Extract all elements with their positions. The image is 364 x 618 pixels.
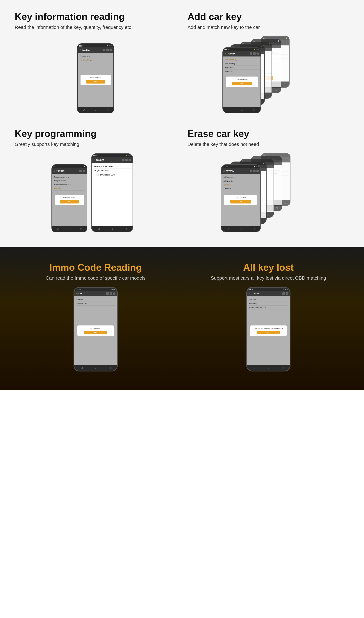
feature-key-info: Key information reading Read the informa… bbox=[15, 11, 177, 113]
status-bar: ▌▌▌ 4G 🔋 10:13 bbox=[78, 44, 113, 47]
immo-ok-btn[interactable]: OK bbox=[84, 331, 107, 334]
toolbar: ◁ LANCIA bbox=[78, 47, 113, 53]
dialog-box: Number of keys 0 OK bbox=[80, 75, 111, 85]
phone-erase-front: ▌▌▌ 4G 🔋 10:13 ◁ TOYOTA bbox=[221, 164, 261, 232]
add-key-ok-btn[interactable]: OK bbox=[232, 82, 252, 85]
stacked-phones-add-key: 4G🔋 ◁ TOYOTA Add Master Key Add Vice Key… bbox=[222, 36, 314, 113]
phones-key-programming: 4G🔋 ◁ TOYOTA Program smart keys Program bbox=[15, 153, 177, 232]
phones-immo: ▌▌▌ 4G 🔋 10:13 ◁ GM Envision bbox=[74, 287, 118, 371]
feature-key-prog-desc: Greatly supports key matching bbox=[15, 141, 177, 148]
back-icon[interactable]: ◁ bbox=[79, 49, 81, 51]
feature-key-programming: Key programming Greatly supports key mat… bbox=[15, 128, 177, 232]
dialog-text: Number of keys 0 bbox=[82, 77, 109, 78]
nav-home[interactable]: ○ bbox=[95, 108, 96, 111]
phones-erase-key: 4G ◁TOYOTA Add Key Erase Key Reset immob… bbox=[187, 153, 349, 232]
feature-erase-title: Erase car key bbox=[187, 128, 349, 139]
erase-ok-btn[interactable]: OK bbox=[230, 200, 251, 203]
phone-immo: ▌▌▌ 4G 🔋 10:13 ◁ GM Envision bbox=[74, 287, 118, 371]
bt-icon bbox=[109, 49, 112, 51]
phones-all-key-lost: ▌▌▌ 4G 🔋 10:13 ◁ TOYOTA Add Key Erase K bbox=[246, 287, 290, 371]
phone-prog-small: 4G🔋 ◁ TOYOTA Program smart keys Program bbox=[52, 164, 87, 232]
feature-key-prog-title: Key programming bbox=[15, 128, 177, 139]
immo-code-title: Immo Code Reading bbox=[50, 262, 142, 273]
toolbar-icons bbox=[103, 49, 112, 51]
phone-key-info: ▌▌▌ 4G 🔋 10:13 ◁ LANCIA Program keys bbox=[77, 43, 114, 113]
feature-immo-code: Immo Code Reading Can read the Immo code… bbox=[15, 262, 177, 371]
video-icon bbox=[106, 49, 109, 51]
nav-recent[interactable]: □ bbox=[107, 108, 108, 111]
camera-icon bbox=[103, 49, 105, 51]
immo-code-desc: Can read the Immo code of specific car m… bbox=[46, 275, 145, 281]
all-key-lost-title: All key lost bbox=[243, 262, 294, 273]
feature-add-key-title: Add car key bbox=[187, 11, 349, 22]
feature-erase-desc: Delete the key that does not need bbox=[187, 141, 349, 148]
phones-add-key: 4G🔋 ◁ TOYOTA Add Master Key Add Vice Key… bbox=[187, 36, 349, 113]
all-key-ok-btn[interactable]: OK bbox=[257, 331, 280, 334]
prog-ok-btn[interactable]: OK bbox=[60, 200, 79, 203]
phone-add-key-front: ▌▌▌ 4G 🔋 10:13 ◁ TOYOTA bbox=[222, 47, 261, 113]
nav-back[interactable]: ◁ bbox=[83, 108, 85, 111]
feature-add-key-desc: Add and match new key to the car bbox=[187, 24, 349, 30]
phone-prog-large: ▌▌▌ 4G 🔋 10:13 ◁ TOYOTA bbox=[91, 153, 133, 232]
feature-erase-key: Erase car key Delete the key that does n… bbox=[187, 128, 349, 232]
feature-all-key-lost: All key lost Support most cars all key l… bbox=[187, 262, 349, 371]
feature-key-info-title: Key information reading bbox=[15, 11, 177, 22]
dialog-overlay: Number of keys 0 OK bbox=[78, 53, 113, 107]
bottom-nav: ◁ ○ □ bbox=[78, 107, 113, 113]
feature-add-key: Add car key Add and match new key to the… bbox=[187, 11, 349, 113]
dialog-ok-button[interactable]: OK bbox=[86, 80, 105, 83]
phone-all-key-lost: ▌▌▌ 4G 🔋 10:13 ◁ TOYOTA Add Key Erase K bbox=[246, 287, 290, 371]
phone-content: Program keys Number of Keys Number of ke… bbox=[78, 53, 113, 107]
toolbar-title: LANCIA bbox=[82, 49, 90, 51]
phones-key-info: ▌▌▌ 4G 🔋 10:13 ◁ LANCIA Program keys bbox=[15, 36, 177, 113]
all-key-lost-desc: Support most cars all key lost via direc… bbox=[211, 275, 326, 281]
feature-key-info-desc: Read the information of the key, quantit… bbox=[15, 24, 177, 30]
